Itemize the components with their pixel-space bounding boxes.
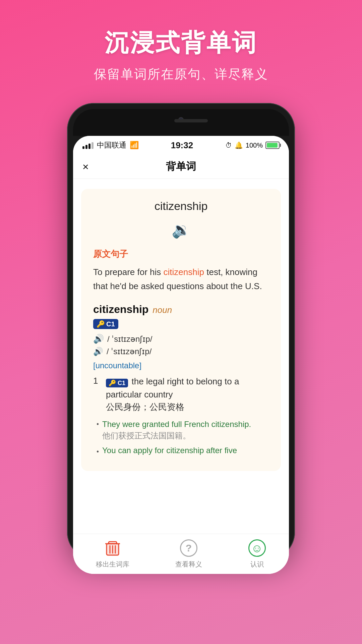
section-label: 原文句子 [93,248,269,260]
tab-remove[interactable]: 移出生词库 [96,539,129,569]
main-content: citizenship 🔉 原文句子 To prepare for his ci… [73,179,289,534]
dict-card: citizenship 🔉 原文句子 To prepare for his ci… [81,189,281,471]
tab-recognize[interactable]: ☺ 认识 [248,539,266,569]
word-title: citizenship [93,200,269,213]
entry-header: citizenship noun [93,303,269,316]
example1-en: They were granted full French citizenshi… [102,418,251,430]
signal-icon [82,142,94,149]
pron-uk-icon[interactable]: 🔊 [93,334,104,344]
pronunciation-us[interactable]: 🔊 / ˈsɪtɪzənʃɪp/ [93,347,269,356]
wifi-icon: 📶 [130,141,139,150]
pron-us-icon[interactable]: 🔊 [93,347,103,356]
phone-mockup: 中国联通 📶 19:32 ⏱ 🔔 100% × 背单词 citizenship [67,103,295,559]
battery-icon [265,142,280,149]
carrier-name: 中国联通 [97,140,126,150]
sentence-highlight: citizenship [164,267,204,277]
original-sentence: To prepare for his citizenship test, kno… [93,265,269,293]
tab-definition-label: 查看释义 [175,560,202,569]
smile-icon[interactable]: ☺ [248,539,266,557]
battery-text: 100% [246,142,263,149]
pron-uk-text: / ˈsɪtɪzənʃɪp/ [107,334,152,344]
alarm-icon: 🔔 [235,141,243,149]
smile-circle[interactable]: ☺ [248,539,266,557]
def-c1-badge: 🔑 C1 [106,379,128,387]
example-list: • They were granted full French citizens… [93,418,269,455]
example-item-2: • You can apply for citizenship after fi… [97,446,269,455]
nav-bar: × 背单词 [73,155,289,179]
top-title: 沉浸式背单词 [105,27,257,59]
close-button[interactable]: × [82,161,89,172]
clock-icon: ⏱ [225,142,232,149]
sentence-before: To prepare for his [93,267,164,277]
bullet-2: • [97,448,99,455]
tab-bar: 移出生词库 ? 查看释义 ☺ 认识 [73,534,289,574]
countable-label: [uncountable] [93,361,269,370]
speaker-icon[interactable]: 🔉 [172,221,191,238]
c1-badge-main: 🔑 C1 [93,319,118,329]
tab-definition[interactable]: ? 查看释义 [175,539,202,569]
nav-title: 背单词 [166,160,196,173]
definition-row: 1 🔑 C1 the legal right to belong to a pa… [93,375,269,413]
tab-remove-label: 移出生词库 [96,560,129,569]
question-circle[interactable]: ? [180,539,197,557]
pronunciation-uk[interactable]: 🔊 / ˈsɪtɪzənʃɪp/ [93,334,269,344]
def-number: 1 [93,376,101,386]
status-right: ⏱ 🔔 100% [225,141,280,149]
top-subtitle: 保留单词所在原句、详尽释义 [94,66,268,83]
entry-word: citizenship [93,303,148,316]
status-left: 中国联通 📶 [82,140,139,150]
tab-recognize-label: 认识 [250,560,264,569]
trash-icon[interactable] [104,539,122,557]
dict-entry: citizenship noun 🔑 C1 🔊 / ˈsɪtɪzənʃɪp/ 🔊 [93,303,269,455]
c1-badge-text: 🔑 C1 [97,320,115,328]
phone-screen: 中国联通 📶 19:32 ⏱ 🔔 100% × 背单词 citizenship [73,136,289,574]
entry-pos: noun [153,305,172,315]
question-icon[interactable]: ? [180,539,198,557]
status-time: 19:32 [171,140,193,151]
pron-us-text: / ˈsɪtɪzənʃɪp/ [107,347,152,356]
bullet-1: • [97,420,99,428]
example2-en: You can apply for citizenship after five [102,446,237,455]
example1-zh: 他们获授正式法国国籍。 [102,430,251,441]
phone-speaker [174,119,208,122]
def-text-zh: 公民身份；公民资格 [106,402,184,412]
example-item-1: • They were granted full French citizens… [97,418,269,441]
speaker-area[interactable]: 🔉 [93,221,269,239]
status-bar: 中国联通 📶 19:32 ⏱ 🔔 100% [73,136,289,155]
